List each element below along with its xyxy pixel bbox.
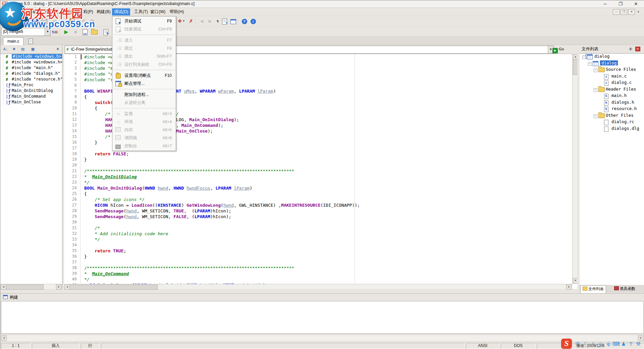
tree-item-dialog-rc[interactable]: dialog.rc	[580, 119, 644, 126]
sogou-logo-icon[interactable]: S	[561, 339, 572, 349]
panel-tab-文件列表[interactable]: 文件列表	[580, 285, 606, 293]
navigate-back-button[interactable]: ◄	[198, 17, 206, 26]
find-in-files-button[interactable]: ●	[220, 17, 229, 26]
window-edit-button[interactable]: ▦	[29, 46, 37, 53]
account-icon[interactable]: ♟	[620, 341, 627, 347]
night-mode-icon[interactable]: ☾	[583, 341, 589, 347]
menu-查看V[interactable]: 查看(V)	[60, 8, 78, 15]
symbol-item[interactable]: |ƒMain_Proc	[0, 83, 62, 88]
symbol-item[interactable]: |ƒMain_OnCommand	[0, 94, 62, 100]
run-button[interactable]: ▶	[62, 28, 70, 36]
close-button[interactable]: ✕	[632, 2, 640, 7]
build-all-button[interactable]	[90, 28, 99, 36]
print-button[interactable]	[40, 17, 48, 26]
cut-button[interactable]: ✂	[51, 17, 59, 26]
go-button[interactable]: ▶Go ▼	[552, 46, 566, 53]
panel-splitter[interactable]	[577, 45, 580, 289]
copy-button[interactable]	[59, 17, 68, 26]
editor-vscrollbar[interactable]: ▲ ▼	[572, 54, 577, 284]
tree-item-main-c[interactable]: cmain.c	[580, 73, 644, 80]
save-button[interactable]	[22, 17, 30, 26]
symbol-item[interactable]: ##include "main.h"	[0, 65, 62, 71]
collapse-icon[interactable]: −	[594, 88, 597, 92]
pin-icon[interactable]	[628, 47, 633, 51]
tree-item-dialog[interactable]: −dialog	[580, 60, 644, 67]
voice-input-icon[interactable]: ψ	[605, 341, 612, 347]
scrollbar-thumb[interactable]	[6, 285, 44, 290]
editor-hscrollbar[interactable]: ◄ ►	[64, 284, 572, 289]
save-all-button[interactable]	[31, 17, 39, 26]
sort-alpha-button[interactable]: A↓	[2, 46, 9, 53]
debug-menu-环境[interactable]: ⌂环境Alt+4	[112, 118, 176, 126]
mdi-restore-button[interactable]: ❐	[621, 9, 627, 15]
undo-button[interactable]: ↶	[79, 17, 88, 26]
debug-menu-进入[interactable]: →☰进入F7	[112, 36, 176, 44]
chevron-down-icon[interactable]: ▼	[637, 10, 640, 13]
debug-menu-控制台[interactable]: C:\控制台Alt+7	[112, 142, 176, 150]
chinese-mode-icon[interactable]: 中	[575, 341, 581, 347]
view-detail-button[interactable]: ▤	[19, 46, 26, 53]
mdi-minimize-button[interactable]: ─	[613, 9, 620, 15]
tree-item-Header-Files[interactable]: −Header Files	[580, 87, 644, 93]
build-panel-hscrollbar[interactable]: ◄ ►	[0, 335, 644, 341]
restore-button[interactable]: ❐	[616, 2, 625, 7]
minimize-button[interactable]: ─	[601, 2, 609, 7]
window-list-button[interactable]	[229, 17, 237, 26]
close-icon[interactable]: ✕	[635, 47, 640, 51]
tree-item-dialogs-dlg[interactable]: dialogs.dlg	[580, 126, 644, 133]
toolbox-icon[interactable]: ⚒	[635, 341, 642, 347]
debug-menu-跳出[interactable]: →☰跳出Shift+F7	[112, 52, 176, 60]
scroll-right-icon[interactable]: ►	[56, 285, 62, 290]
symbol-item[interactable]: ##include <windowsx.h>	[0, 60, 62, 65]
tree-item-Source-Files[interactable]: −Source Files	[580, 67, 644, 73]
tree-item-Other-Files[interactable]: −Other Files	[580, 113, 644, 119]
menu-文件F[interactable]: 文件(F)	[8, 8, 25, 15]
symbol-item[interactable]: |ƒMain_OnInitDialog	[0, 88, 62, 94]
tree-item-main-h[interactable]: hmain.h	[580, 93, 644, 100]
emoji-icon[interactable]: ☺	[597, 341, 604, 347]
debug-menu-调用栈[interactable]: 调用栈Alt+6	[112, 134, 176, 142]
scroll-left-icon[interactable]: ◄	[1, 336, 7, 341]
tab-main-c[interactable]: main.c	[3, 37, 23, 45]
help-button[interactable]: ?	[240, 17, 249, 26]
symbols-dropdown-button[interactable]: ❖▼	[177, 17, 185, 26]
tab-row-grip[interactable]	[1, 38, 2, 43]
menu-工程P[interactable]: 工程(P)	[77, 8, 95, 15]
menu-窗口W[interactable]: 窗口(W)	[148, 8, 167, 15]
tree-item-dialog-c[interactable]: cdialog.c	[580, 80, 644, 87]
scroll-left-icon[interactable]: ◄	[1, 285, 6, 290]
menu-编辑E[interactable]: 编辑(E)	[25, 8, 43, 15]
about-button[interactable]: i	[249, 17, 257, 26]
stop-button[interactable]: ■	[71, 28, 80, 36]
new-file-button[interactable]	[1, 17, 10, 26]
debug-menu-跳过[interactable]: →☰跳过F8	[112, 44, 176, 52]
rebuild-button[interactable]: ↻R	[51, 28, 59, 36]
debug-menu-设置取消断点[interactable]: 设置/取消断点F10	[112, 71, 176, 80]
collapse-icon[interactable]: −	[582, 55, 586, 59]
collapse-icon[interactable]: −	[594, 114, 597, 118]
build-button[interactable]: 101	[81, 28, 89, 36]
debug-menu-附加到进程[interactable]: 附加到进程...	[112, 91, 176, 99]
debug-menu-开始调试[interactable]: ▼开始调试F9	[112, 17, 176, 25]
tree-item-dialog[interactable]: −dialog	[580, 54, 644, 60]
debug-menu-从进程分离[interactable]: 从进程分离	[112, 99, 176, 107]
skin-icon[interactable]: T	[628, 341, 634, 347]
debug-menu-监视[interactable]: ∞监视Alt+3	[112, 110, 176, 118]
scroll-right-icon[interactable]: ►	[566, 285, 572, 290]
collapse-icon[interactable]: −	[588, 62, 592, 66]
menu-帮助H[interactable]: 帮助(H)	[168, 8, 186, 15]
menu-构建B[interactable]: 构建(B)	[95, 8, 113, 15]
debug-menu-结束调试[interactable]: ✕结束调试Ctrl+F9	[112, 25, 176, 33]
punctuation-icon[interactable]: °,	[590, 341, 597, 347]
debug-menu-内存[interactable]: 内存Alt+5	[112, 126, 176, 134]
close-symbol-panel-button[interactable]: ✕	[54, 46, 61, 53]
open-file-button[interactable]: ▼	[9, 17, 18, 26]
debug-menu-运行到光标处[interactable]: →☰运行到光标处Ctrl+F8	[112, 60, 176, 68]
sort-type-button[interactable]: ❖	[10, 46, 18, 53]
scroll-left-icon[interactable]: ◄	[64, 285, 70, 290]
symbol-item[interactable]: ##include "resource.h"	[0, 77, 62, 83]
start-debug-button-button[interactable]: ▼	[102, 28, 110, 36]
scrollbar-thumb[interactable]	[70, 285, 158, 290]
symbol-item[interactable]: ##include "dialogs.h"	[0, 71, 62, 77]
symbol-item[interactable]: ##include <windows.h>	[0, 54, 62, 60]
